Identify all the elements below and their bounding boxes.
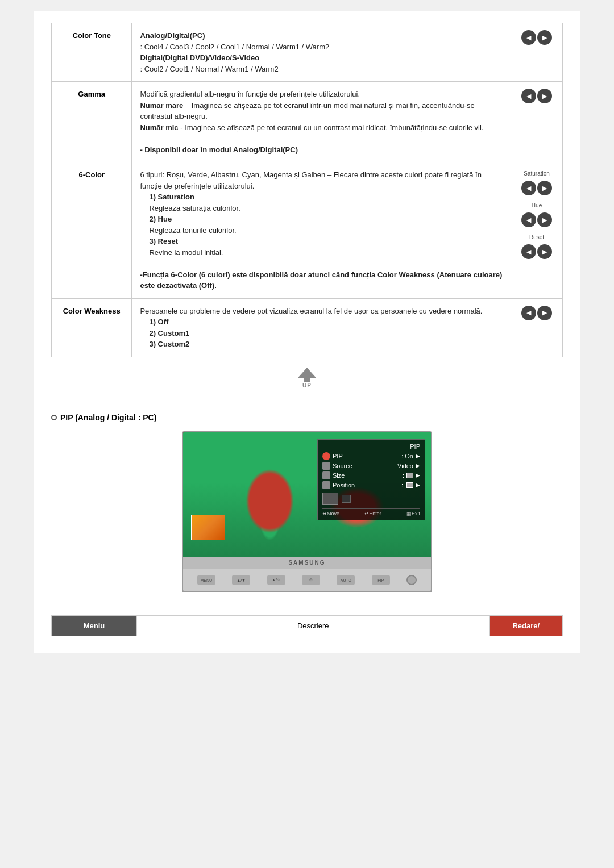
brightness-button[interactable]: ▲/☆: [267, 575, 285, 585]
monitor-brand-text: SAMSUNG: [288, 560, 325, 566]
reset-label: Reset: [529, 233, 544, 241]
desc-text: Revine la modul inițial.: [149, 247, 223, 258]
play-cell-gamma: [511, 82, 563, 162]
arrow-pair-saturation: [521, 181, 552, 195]
arrow-pair-hue: [521, 212, 552, 227]
left-arrow-button[interactable]: [521, 181, 536, 195]
pip-row-value: : On: [401, 453, 413, 460]
pip-row-icon: [322, 452, 330, 460]
pip-row-icon: [322, 481, 330, 489]
desc-text: 3) Reset: [149, 236, 178, 247]
footer-menu-cell: Meniu: [52, 615, 137, 636]
auto-button[interactable]: AUTO: [337, 575, 355, 585]
pip-bottom-nav: ⬌Move ↵Enter ▦Exit: [322, 508, 420, 516]
desc-text: 3) Custom2: [149, 339, 189, 350]
footer-menu-label: Meniu: [84, 621, 105, 630]
pip-heading-text: PIP (Analog / Digital : PC): [60, 413, 156, 422]
desc-text: Număr mare: [140, 101, 183, 110]
pip-row-arrow: ▶: [416, 453, 420, 459]
pip-row-value: :: [401, 482, 403, 489]
desc-text: : Cool2 / Cool1 / Normal / Warm1 / Warm2: [140, 65, 278, 73]
pip-row-arrow: ▶: [416, 472, 420, 478]
pip-menu-title-text: PIP: [410, 443, 420, 450]
power-button[interactable]: [406, 575, 417, 585]
pip-menu-row-position: Position : ▶: [322, 481, 420, 489]
play-cell-color-tone: [511, 23, 563, 82]
arrow-pair-reset: [521, 244, 552, 259]
play-cell-color-weakness: [511, 298, 563, 357]
menu-cell-color-weakness: Color Weakness: [52, 298, 132, 357]
footer-play-label: Redare/: [512, 621, 540, 630]
desc-cell-color-tone: Analog/Digital(PC) : Cool4 / Cool3 / Coo…: [132, 23, 511, 82]
left-arrow-button[interactable]: [521, 212, 536, 227]
left-arrow-button[interactable]: [521, 306, 536, 320]
pip-row-value: : Video: [394, 462, 413, 469]
right-arrow-button[interactable]: [537, 244, 552, 259]
right-arrow-button[interactable]: [537, 306, 552, 320]
bottom-table: Meniu Descriere Redare/: [51, 615, 563, 636]
arrow-pair-color-weakness: [521, 306, 552, 320]
move-label: ⬌Move: [322, 511, 339, 516]
right-arrow-button[interactable]: [537, 212, 552, 227]
menu-cell-gamma: Gamma: [52, 82, 132, 162]
desc-text: Modifică gradientul alb-negru în funcție…: [140, 90, 360, 98]
desc-text: Reglează saturația culorilor.: [149, 203, 240, 214]
pip-button[interactable]: PIP: [372, 575, 390, 585]
monitor-stand: SAMSUNG: [183, 557, 431, 569]
pip-row-icon: [322, 462, 330, 470]
menu-label: Color Tone: [72, 31, 111, 40]
menu-btn-label: MENU: [200, 578, 212, 582]
menu-button[interactable]: MENU: [197, 575, 215, 585]
pip-heading: PIP (Analog / Digital : PC): [51, 413, 563, 422]
exit-label: ▦Exit: [406, 511, 420, 516]
right-arrow-button[interactable]: [537, 181, 552, 195]
desc-text: Analog/Digital(PC): [140, 31, 205, 40]
desc-cell-color-weakness: Persoanele cu probleme de vedere pot viz…: [132, 298, 511, 357]
desc-text: - Imaginea se afișează pe tot ecranul cu…: [180, 123, 483, 132]
table-row: Color Tone Analog/Digital(PC) : Cool4 / …: [52, 23, 563, 82]
monitor: PIP PIP : On ▶ Source : Video ▶: [182, 431, 432, 592]
arrow-group-6color: Saturation Hue Reset: [519, 169, 554, 259]
pip-thumb-selected: [322, 493, 338, 505]
source-button[interactable]: ▲/▼: [232, 575, 250, 585]
right-arrow-button[interactable]: [537, 30, 552, 45]
menu-label: 6-Color: [78, 170, 105, 179]
pip-row-arrow: ▶: [416, 482, 420, 488]
pip-small-screen: [191, 515, 225, 540]
base-btn-group: ▲/▼: [232, 575, 250, 585]
desc-text: Număr mic: [140, 123, 178, 132]
right-arrow-button[interactable]: [537, 89, 552, 103]
page: Color Tone Analog/Digital(PC) : Cool4 / …: [34, 11, 580, 653]
section-divider: [51, 398, 563, 398]
footer-play-cell: Redare/: [489, 615, 562, 636]
table-row: 6-Color 6 tipuri: Roșu, Verde, Albastru,…: [52, 162, 563, 299]
pip-row-label: Source: [333, 462, 392, 469]
pip-row-label: Position: [333, 482, 399, 489]
circle-icon: [51, 415, 57, 420]
desc-text: – Imaginea se afișează pe tot ecranul în…: [140, 101, 474, 121]
pip-menu-row-size: Size : ▶: [322, 471, 420, 479]
position-icon: [406, 482, 413, 488]
left-arrow-button[interactable]: [521, 30, 536, 45]
arrow-pair: [521, 89, 552, 103]
footer-desc-label: Descriere: [297, 621, 329, 630]
up-section: UP: [51, 368, 563, 389]
pip-title: PIP: [322, 443, 420, 450]
footer-desc-cell: Descriere: [136, 615, 489, 636]
footer-row: Meniu Descriere Redare/: [52, 615, 563, 636]
monitor-base: MENU ▲/▼ ▲/☆ ⊙ AUTO PIP: [183, 569, 431, 591]
up-icon: UP: [298, 368, 316, 389]
desc-cell-6color: 6 tipuri: Roșu, Verde, Albastru, Cyan, M…: [132, 162, 511, 299]
pip-row-value: :: [403, 472, 404, 479]
pip-menu-row-source: Source : Video ▶: [322, 462, 420, 470]
pip-thumb-small: [342, 495, 351, 503]
left-arrow-button[interactable]: [521, 244, 536, 259]
monitor-wrap: PIP PIP : On ▶ Source : Video ▶: [51, 431, 563, 592]
up-triangle: [298, 368, 316, 378]
desc-text: -Funcția 6-Color (6 culori) este disponi…: [140, 270, 502, 290]
input-button[interactable]: ⊙: [302, 575, 320, 585]
desc-text: : Cool4 / Cool3 / Cool2 / Cool1 / Normal…: [140, 43, 329, 51]
left-arrow-button[interactable]: [521, 89, 536, 103]
main-table: Color Tone Analog/Digital(PC) : Cool4 / …: [51, 23, 563, 357]
desc-text: 2) Custom1: [149, 328, 189, 339]
